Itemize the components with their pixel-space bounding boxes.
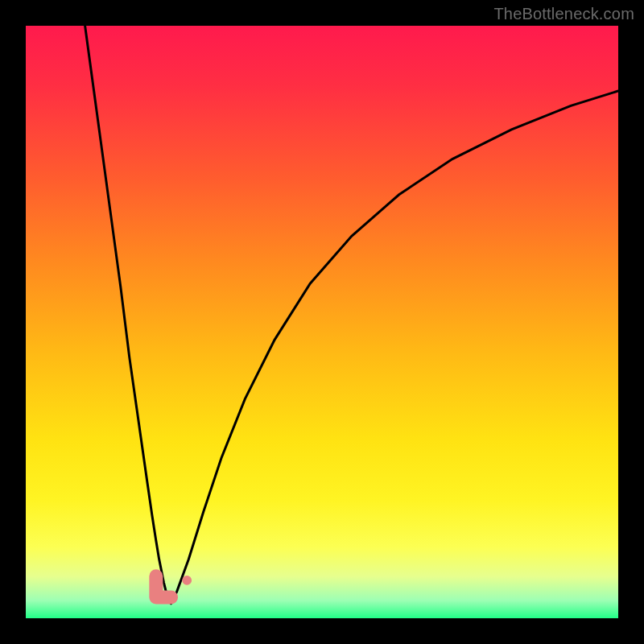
curves-layer <box>26 26 618 618</box>
watermark-text: TheBottleneck.com <box>493 5 634 23</box>
plot-area <box>26 26 618 618</box>
min-marker-dot <box>182 576 192 585</box>
markers-layer <box>156 576 192 597</box>
curve-right-branch <box>171 91 618 604</box>
chart-frame: TheBottleneck.com <box>0 0 644 644</box>
curve-left-branch <box>85 26 171 604</box>
